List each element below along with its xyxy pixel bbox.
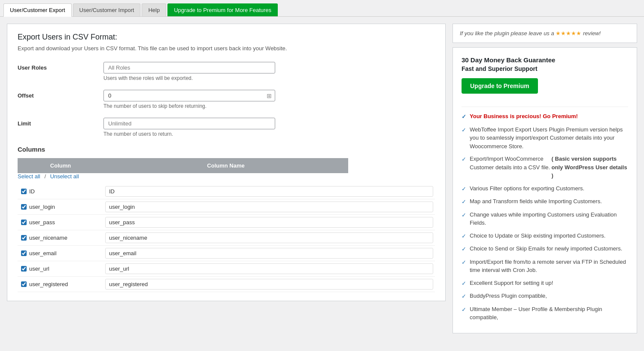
feature-text: Various Filter options for exporting Cus… — [470, 184, 584, 193]
list-item: ✓Various Filter options for exporting Cu… — [462, 184, 628, 193]
feature-text: WebToffee Import Export Users Plugin Pre… — [470, 125, 628, 151]
check-icon: ✓ — [462, 279, 466, 288]
tab-import[interactable]: User/Customer Import — [73, 3, 141, 16]
feature-text: Change values while importing Customers … — [470, 211, 628, 227]
page-title: Export Users in CSV Format: — [18, 33, 435, 42]
money-back-title: 30 Day Money Back Guarantee — [462, 56, 628, 64]
tab-export[interactable]: User/Customer Export — [3, 3, 72, 17]
limit-row: Limit The number of users to return. — [18, 118, 435, 137]
column-name-input[interactable] — [105, 232, 433, 243]
tabs-bar: User/Customer Export User/Customer Impor… — [0, 0, 644, 17]
table-row: user_pass — [18, 215, 435, 230]
table-row: user_url — [18, 261, 435, 277]
column-name-input[interactable] — [105, 263, 433, 274]
column-name-input[interactable] — [105, 248, 433, 259]
check-icon: ✓ — [462, 198, 466, 206]
columns-title: Columns — [18, 146, 435, 153]
column-name-input[interactable] — [105, 201, 433, 212]
user-roles-label: User Roles — [18, 62, 103, 71]
upgrade-to-premium-button[interactable]: Upgrade to Premium — [462, 78, 538, 94]
column-checkbox[interactable] — [21, 281, 27, 287]
table-row: user_login — [18, 199, 435, 215]
tab-upgrade[interactable]: Upgrade to Premium for More Features — [167, 3, 278, 16]
review-text-before: If you like the plugin please leave us a — [460, 30, 554, 37]
column-label: user_email — [29, 250, 57, 256]
list-item: ✓BuddyPress Plugin compatible, — [462, 292, 628, 301]
column-checkbox[interactable] — [21, 235, 27, 241]
offset-field: ⊞ The number of users to skip before ret… — [103, 90, 435, 109]
table-row: user_nicename — [18, 230, 435, 246]
select-links: Select all / Unselect all — [18, 173, 435, 180]
check-icon: ✓ — [462, 126, 466, 134]
offset-input[interactable] — [103, 90, 275, 101]
check-icon: ✓ — [462, 258, 466, 267]
table-row: user_registered — [18, 277, 435, 292]
review-text-after: review! — [583, 30, 601, 37]
column-label: user_registered — [29, 281, 68, 287]
feature-text: BuddyPress Plugin compatible, — [470, 292, 547, 300]
premium-box: 30 Day Money Back Guarantee Fast and Sup… — [453, 47, 637, 333]
feature-list: ✓Your Business is precious! Go Premium!✓… — [462, 112, 628, 322]
column-checkbox[interactable] — [21, 266, 27, 272]
limit-label: Limit — [18, 118, 103, 127]
column-label: user_nicename — [29, 235, 67, 241]
columns-section: Columns Column Column Name Select all / … — [18, 146, 435, 292]
column-name-input[interactable] — [105, 186, 433, 197]
offset-row: Offset ⊞ The number of users to skip bef… — [18, 90, 435, 109]
separator: / — [44, 173, 46, 180]
column-checkbox[interactable] — [21, 250, 27, 256]
feature-text: Ultimate Member – User Profile & Members… — [470, 305, 628, 322]
column-name-input[interactable] — [105, 217, 433, 228]
tab-help[interactable]: Help — [142, 3, 166, 16]
check-icon: ✓ — [462, 305, 466, 314]
tab-help-label: Help — [148, 7, 160, 13]
check-icon: ✓ — [462, 185, 466, 193]
bold-note: ( Basic version supports only WordPress … — [552, 155, 628, 180]
stars: ★★★★★ — [556, 30, 581, 37]
divider — [462, 107, 628, 107]
list-item: ✓Choice to Send or Skip Emails for newly… — [462, 244, 628, 253]
name-header: Column Name — [103, 158, 348, 173]
check-icon: ✓ — [462, 155, 466, 164]
list-item: ✓Your Business is precious! Go Premium! — [462, 112, 628, 121]
select-all-link[interactable]: Select all — [18, 173, 40, 180]
feature-text: Import/Export file from/to a remote serv… — [470, 258, 628, 275]
column-label: ID — [29, 188, 35, 195]
page-subtitle: Export and download your Users in CSV fo… — [18, 45, 435, 52]
list-item: ✓Ultimate Member – User Profile & Member… — [462, 305, 628, 322]
feature-text: Choice to Send or Skip Emails for newly … — [470, 244, 622, 253]
main-layout: Export Users in CSV Format: Export and d… — [0, 17, 644, 340]
calendar-icon: ⊞ — [267, 92, 272, 99]
list-item: ✓Export/Import WooCommerce Customer deta… — [462, 155, 628, 180]
columns-table: Column Column Name — [18, 158, 348, 173]
column-checkbox[interactable] — [21, 204, 27, 210]
list-item: ✓Choice to Update or Skip existing impor… — [462, 232, 628, 241]
feature-text: Excellent Support for setting it up! — [470, 279, 553, 287]
list-item: ✓WebToffee Import Export Users Plugin Pr… — [462, 125, 628, 151]
column-label: user_pass — [29, 219, 55, 226]
columns-rows: IDuser_loginuser_passuser_nicenameuser_e… — [18, 184, 435, 292]
column-checkbox[interactable] — [21, 189, 27, 194]
check-icon: ✓ — [462, 211, 466, 220]
column-label: user_url — [29, 266, 49, 272]
table-row: user_email — [18, 246, 435, 261]
user-roles-field: Users with these roles will be exported. — [103, 62, 435, 81]
unselect-all-link[interactable]: Unselect all — [50, 173, 79, 180]
list-item: ✓Import/Export file from/to a remote ser… — [462, 258, 628, 275]
limit-input[interactable] — [103, 118, 275, 129]
list-item: ✓Change values while importing Customers… — [462, 211, 628, 227]
user-roles-hint: Users with these roles will be exported. — [103, 75, 435, 81]
limit-hint: The number of users to return. — [103, 131, 435, 137]
check-icon: ✓ — [462, 292, 466, 301]
col-header: Column — [18, 158, 103, 173]
list-item: ✓Excellent Support for setting it up! — [462, 279, 628, 288]
left-panel: Export Users in CSV Format: Export and d… — [7, 24, 446, 301]
limit-field: The number of users to return. — [103, 118, 435, 137]
offset-label: Offset — [18, 90, 103, 99]
user-roles-input[interactable] — [103, 62, 275, 73]
check-icon: ✓ — [462, 232, 466, 241]
column-name-input[interactable] — [105, 279, 433, 290]
feature-text: Export/Import WooCommerce Customer detai… — [470, 155, 552, 171]
column-checkbox[interactable] — [21, 220, 27, 225]
feature-text: Your Business is precious! Go Premium! — [470, 112, 578, 121]
